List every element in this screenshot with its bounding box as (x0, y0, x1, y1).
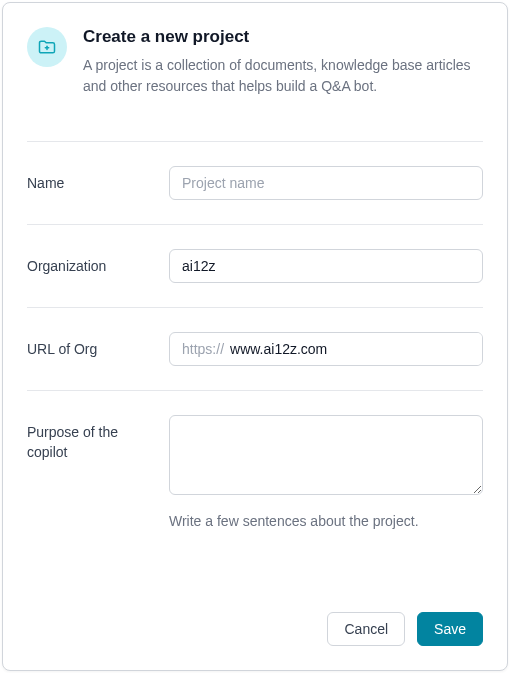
cancel-button[interactable]: Cancel (327, 612, 405, 646)
url-input[interactable] (230, 333, 482, 365)
organization-input[interactable] (169, 249, 483, 283)
url-prefix: https:// (170, 333, 230, 365)
name-label: Name (27, 166, 153, 194)
field-url: URL of Org https:// (27, 307, 483, 390)
modal-body: Name Organization URL of Org https:// Pu… (3, 113, 507, 596)
organization-label: Organization (27, 249, 153, 277)
modal-subtitle: A project is a collection of documents, … (83, 55, 483, 97)
purpose-textarea[interactable] (169, 415, 483, 495)
field-purpose: Purpose of the copilot Write a few sente… (27, 390, 483, 556)
modal-title: Create a new project (83, 27, 483, 47)
field-organization: Organization (27, 224, 483, 307)
header-text: Create a new project A project is a coll… (83, 27, 483, 97)
field-name: Name (27, 141, 483, 224)
url-label: URL of Org (27, 332, 153, 360)
folder-plus-icon (27, 27, 67, 67)
create-project-modal: Create a new project A project is a coll… (2, 2, 508, 671)
purpose-label: Purpose of the copilot (27, 415, 153, 462)
modal-footer: Cancel Save (3, 596, 507, 670)
name-input[interactable] (169, 166, 483, 200)
modal-header: Create a new project A project is a coll… (3, 3, 507, 113)
save-button[interactable]: Save (417, 612, 483, 646)
purpose-help: Write a few sentences about the project. (169, 511, 483, 532)
url-input-group: https:// (169, 332, 483, 366)
